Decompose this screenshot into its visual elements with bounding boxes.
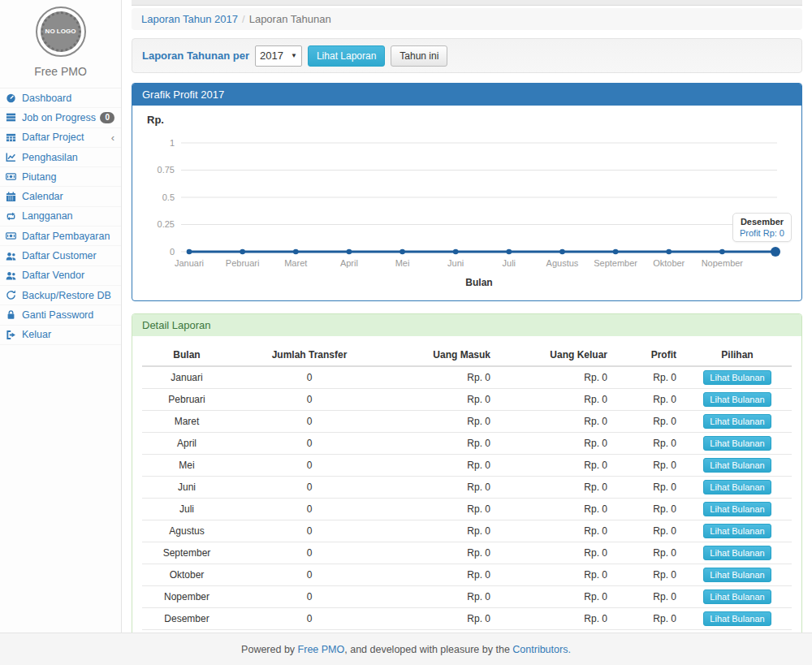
- sidebar-item-keluar[interactable]: Keluar: [0, 326, 121, 345]
- free-pmo-link[interactable]: Free PMO: [298, 644, 345, 655]
- sidebar-item-label: Ganti Password: [22, 309, 93, 321]
- report-table: BulanJumlah TransferUang MasukUang Kelua…: [142, 344, 792, 650]
- sidebar-item-job-on-progress[interactable]: Job on Progress0: [0, 108, 121, 127]
- table-row: Juni0Rp. 0Rp. 0Rp. 0Lihat Bulanan: [142, 477, 792, 499]
- lihat-bulanan-button[interactable]: Lihat Bulanan: [703, 480, 771, 494]
- refresh-icon: [6, 290, 18, 301]
- sidebar-item-label: Daftar Project: [22, 132, 84, 143]
- year-select-value: 2017: [260, 50, 283, 62]
- lihat-bulanan-button[interactable]: Lihat Bulanan: [703, 436, 771, 451]
- cell-uang_masuk: Rp. 0: [387, 586, 497, 608]
- cell-jumlah_transfer: 0: [231, 389, 387, 411]
- svg-text:Juli: Juli: [503, 258, 516, 268]
- cell-jumlah_transfer: 0: [231, 499, 387, 520]
- retweet-icon: [6, 210, 18, 222]
- cell-bulan: Juli: [142, 499, 231, 520]
- no-logo-text: NO LOGO: [41, 11, 81, 52]
- cell-uang_keluar: Rp. 0: [497, 455, 614, 477]
- year-select[interactable]: 2017 ▼: [255, 45, 302, 67]
- sidebar-item-daftar-pembayaran[interactable]: Daftar Pembayaran: [0, 227, 121, 246]
- table-icon: [6, 132, 18, 143]
- svg-text:0.25: 0.25: [158, 219, 175, 229]
- cell-bulan: September: [142, 542, 231, 564]
- lihat-bulanan-button[interactable]: Lihat Bulanan: [703, 524, 771, 538]
- lihat-bulanan-button[interactable]: Lihat Bulanan: [703, 546, 771, 560]
- brand-name: Free PMO: [0, 65, 121, 78]
- chart-y-axis-label: Rp.: [147, 114, 793, 127]
- cell-jumlah_transfer: 0: [231, 433, 387, 455]
- cell-profit: Rp. 0: [614, 564, 683, 586]
- lihat-bulanan-button[interactable]: Lihat Bulanan: [703, 414, 771, 429]
- cell-uang_masuk: Rp. 0: [387, 608, 497, 630]
- lihat-bulanan-button[interactable]: Lihat Bulanan: [703, 370, 771, 385]
- sidebar-item-label: Daftar Customer: [22, 250, 97, 261]
- table-row: Pebruari0Rp. 0Rp. 0Rp. 0Lihat Bulanan: [142, 389, 792, 411]
- cell-uang_masuk: Rp. 0: [387, 477, 497, 499]
- footer-text-middle: , and developed with pleasure by the: [344, 644, 512, 655]
- sidebar-item-daftar-project[interactable]: Daftar Project‹: [0, 128, 121, 148]
- filter-label: Laporan Tahunan per: [142, 50, 249, 62]
- cell-uang_keluar: Rp. 0: [497, 389, 614, 411]
- logo: NO LOGO Free PMO: [0, 0, 121, 78]
- sidebar-menu: DashboardJob on Progress0Daftar Project‹…: [0, 88, 121, 345]
- cell-uang_keluar: Rp. 0: [497, 477, 614, 499]
- breadcrumb-link-laporan-tahun[interactable]: Laporan Tahun 2017: [141, 13, 238, 25]
- sidebar-item-penghasilan[interactable]: Penghasilan: [0, 148, 121, 167]
- money-icon: [6, 171, 18, 183]
- breadcrumb: Laporan Tahun 2017/Laporan Tahunan: [132, 8, 802, 30]
- contributors-link[interactable]: Contributors.: [512, 644, 571, 655]
- column-header-uang-keluar: Uang Keluar: [497, 344, 614, 366]
- chart-tooltip: Desember Profit Rp: 0: [732, 213, 792, 242]
- lihat-bulanan-button[interactable]: Lihat Bulanan: [703, 502, 771, 516]
- svg-text:Nopember: Nopember: [702, 258, 744, 268]
- lihat-bulanan-button[interactable]: Lihat Bulanan: [703, 568, 771, 582]
- cell-uang_masuk: Rp. 0: [387, 433, 497, 455]
- cell-bulan: Oktober: [142, 564, 231, 586]
- svg-text:0.5: 0.5: [162, 192, 175, 202]
- cell-jumlah_transfer: 0: [231, 455, 387, 477]
- cell-jumlah_transfer: 0: [231, 520, 387, 542]
- cell-uang_keluar: Rp. 0: [497, 366, 614, 389]
- cell-pilihan: Lihat Bulanan: [683, 520, 792, 542]
- lihat-laporan-button[interactable]: Lihat Laporan: [308, 45, 385, 67]
- cell-uang_masuk: Rp. 0: [387, 455, 497, 477]
- svg-text:Mei: Mei: [395, 258, 410, 268]
- cell-profit: Rp. 0: [614, 477, 683, 499]
- sidebar-item-ganti-password[interactable]: Ganti Password: [0, 305, 121, 325]
- sidebar-item-dashboard[interactable]: Dashboard: [0, 89, 121, 108]
- sidebar-item-label: Calendar: [22, 191, 63, 202]
- table-row: Oktober0Rp. 0Rp. 0Rp. 0Lihat Bulanan: [142, 564, 792, 586]
- chart-line-icon: [6, 152, 18, 163]
- cell-profit: Rp. 0: [614, 499, 683, 520]
- caret-down-icon: ▼: [291, 52, 297, 59]
- sidebar-item-daftar-vendor[interactable]: Daftar Vendor: [0, 266, 121, 286]
- profit-chart-panel: Grafik Profit 2017 Rp. 10.750.50.250Janu…: [132, 83, 802, 301]
- cell-pilihan: Lihat Bulanan: [683, 411, 792, 433]
- cell-profit: Rp. 0: [614, 586, 683, 608]
- lihat-bulanan-button[interactable]: Lihat Bulanan: [703, 392, 771, 407]
- sidebar-item-langganan[interactable]: Langganan: [0, 207, 121, 227]
- cell-uang_masuk: Rp. 0: [387, 564, 497, 586]
- sidebar-item-calendar[interactable]: Calendar: [0, 187, 121, 206]
- lihat-bulanan-button[interactable]: Lihat Bulanan: [703, 589, 771, 604]
- cell-pilihan: Lihat Bulanan: [683, 499, 792, 520]
- chart-panel-title: Grafik Profit 2017: [132, 84, 801, 106]
- cell-jumlah_transfer: 0: [231, 477, 387, 499]
- cell-uang_keluar: Rp. 0: [497, 433, 614, 455]
- lihat-bulanan-button[interactable]: Lihat Bulanan: [703, 611, 771, 626]
- lihat-bulanan-button[interactable]: Lihat Bulanan: [703, 458, 771, 473]
- sidebar-item-backup-restore-db[interactable]: Backup/Restore DB: [0, 286, 121, 305]
- svg-text:1: 1: [170, 138, 175, 148]
- tasks-icon: [6, 112, 18, 123]
- svg-text:Juni: Juni: [447, 258, 464, 268]
- cell-jumlah_transfer: 0: [231, 608, 387, 630]
- logo-badge: NO LOGO: [36, 6, 86, 57]
- sidebar-item-piutang[interactable]: Piutang: [0, 167, 121, 187]
- tahun-ini-button[interactable]: Tahun ini: [391, 45, 447, 67]
- tooltip-month: Desember: [740, 217, 784, 227]
- cell-bulan: Agustus: [142, 520, 231, 542]
- cell-bulan: Desember: [142, 608, 231, 630]
- sidebar-item-daftar-customer[interactable]: Daftar Customer: [0, 246, 121, 266]
- cell-uang_masuk: Rp. 0: [387, 411, 497, 433]
- chevron-left-icon: ‹: [111, 132, 114, 143]
